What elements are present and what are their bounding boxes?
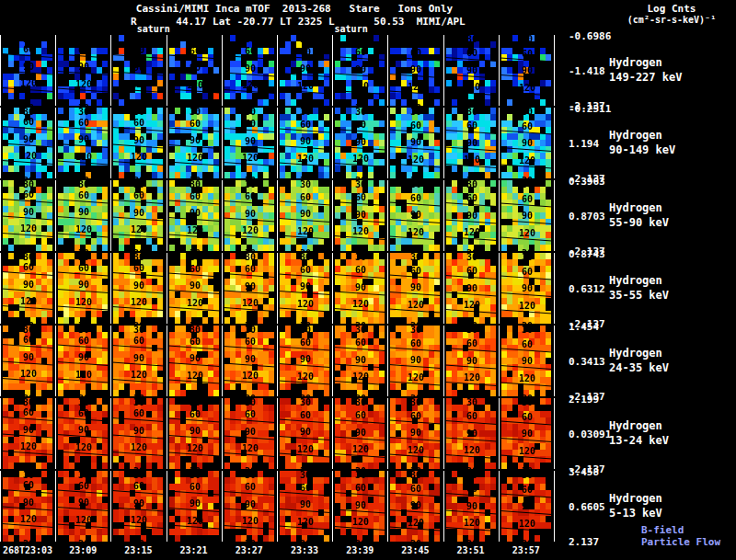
colorbar-tick-mid: 0.6312 [569, 282, 605, 294]
colorbar-tick-top: -0.6986 [569, 30, 611, 42]
time-tick-label: 23:45 [401, 545, 429, 555]
heatmap-canvas [0, 471, 555, 542]
panel-energy-label: Hydrogen 24-35 keV [609, 345, 669, 374]
panel-energy-label: Hydrogen 13-24 keV [609, 417, 669, 447]
colorbar-tick-top: 0.3963 [569, 176, 605, 188]
r-label: R [131, 16, 137, 28]
panel-species: Hydrogen [609, 345, 669, 360]
time-tick-label: 268T23:03 [3, 545, 52, 555]
colorbar-gradient [557, 326, 565, 396]
spectrogram-panel-35-55-kev: 0.8743 0.6312 -2.137 Hydrogen 35-55 keV [0, 253, 736, 324]
spectrogram-panel-13-24-kev: 2.199 0.03091 -2.137 Hydrogen 13-24 keV [0, 398, 736, 469]
panel-species: Hydrogen [609, 127, 675, 142]
heatmap-canvas [0, 180, 555, 251]
time-tick-label: 23:39 [346, 545, 374, 555]
panel-energy-label: Hydrogen 90-149 keV [609, 127, 675, 156]
heatmap-canvas [0, 253, 555, 324]
colorbar-gradient [557, 35, 565, 106]
colorbar-tick-top: 0.8743 [569, 248, 605, 260]
l-subscript: saturn [335, 24, 368, 34]
time-axis: 268T23:0323:0923:1523:2123:2723:3323:392… [0, 543, 589, 558]
panel-energy-label: Hydrogen 5-13 keV [609, 490, 662, 520]
panel-energy-range: 5-13 keV [609, 505, 662, 520]
colorbar-tick-mid: 0.3413 [569, 355, 605, 367]
colorbar-gradient [557, 398, 565, 469]
spectrogram-screen: Cassini/MIMI Inca mTOF 2013-268 Stare Io… [0, 0, 736, 560]
colorbar-units-title: Log Cnts [607, 3, 736, 15]
panel-species: Hydrogen [609, 54, 682, 69]
heatmap-canvas [0, 108, 555, 178]
spectrogram-panel-5-13-kev: 3.458 0.6605 2.137 Hydrogen 5-13 keV [0, 471, 736, 542]
panel-energy-range: 55-90 keV [609, 214, 669, 229]
plot-subtitle: Rsaturn 44.17 Lat -20.77 LT 2325 Lsaturn… [131, 16, 466, 28]
colorbar-gradient [557, 108, 565, 178]
panel-species: Hydrogen [609, 200, 669, 214]
subtitle-tail: 50.53 MIMI/APL [368, 16, 466, 28]
l-label: L [328, 16, 335, 28]
panel-species: Hydrogen [609, 272, 669, 287]
time-tick-label: 23:15 [124, 545, 152, 555]
bfield-particle-flow-note: B-field Particle Flow [641, 524, 736, 548]
heatmap-canvas [0, 326, 555, 396]
spectrogram-panel-149-227-kev: -0.6986 -1.418 -2.137 Hydrogen 149-227 k… [0, 35, 736, 106]
time-tick-label: 23:51 [457, 545, 485, 555]
panel-energy-label: Hydrogen 149-227 keV [609, 54, 682, 84]
colorbar-gradient [557, 253, 565, 324]
colorbar-units-subtitle: (cm²-sr-s-keV)⁻¹ [607, 15, 736, 25]
time-tick-label: 23:27 [236, 545, 263, 555]
panel-energy-range: 24-35 keV [609, 360, 669, 374]
colorbar-tick-mid: 0.03091 [569, 428, 611, 440]
panel-energy-range: 149-227 keV [609, 69, 682, 84]
colorbar-tick-top: -0.2511 [569, 103, 611, 115]
time-tick-label: 23:57 [512, 545, 540, 555]
subtitle-mid: 44.17 Lat -20.77 LT 2325 [170, 16, 328, 28]
time-tick-label: 23:33 [291, 545, 318, 555]
time-tick-label: 23:09 [69, 545, 97, 555]
plot-title: Cassini/MIMI Inca mTOF 2013-268 Stare Io… [136, 3, 453, 15]
panel-species: Hydrogen [609, 417, 669, 432]
colorbar-tick-mid: 1.194 [569, 137, 599, 149]
spectrogram-panel-55-90-kev: 0.3963 0.8703 -2.137 Hydrogen 55-90 keV [0, 180, 736, 251]
colorbar-tick-top: 3.458 [569, 466, 599, 478]
colorbar-tick-mid: 0.6605 [569, 500, 605, 512]
heatmap-canvas [0, 398, 555, 469]
panel-energy-label: Hydrogen 35-55 keV [609, 272, 669, 302]
colorbar-tick-mid: -1.418 [569, 64, 605, 76]
colorbar-tick-mid: 0.8703 [569, 210, 605, 222]
colorbar-tick-top: 1.454 [569, 321, 599, 333]
panel-species: Hydrogen [609, 490, 662, 505]
time-tick-label: 23:21 [180, 545, 208, 555]
spectrogram-panel-90-149-kev: -0.2511 1.194 -2.137 Hydrogen 90-149 keV [0, 108, 736, 178]
colorbar-gradient [557, 471, 565, 542]
colorbar-gradient [557, 180, 565, 251]
panel-energy-range: 90-149 keV [609, 142, 675, 156]
colorbar-tick-top: 2.199 [569, 394, 599, 406]
r-subscript: saturn [137, 24, 170, 34]
panel-energy-range: 13-24 keV [609, 432, 669, 447]
heatmap-canvas [0, 35, 555, 106]
panel-energy-label: Hydrogen 55-90 keV [609, 200, 669, 229]
spectrogram-panel-24-35-kev: 1.454 0.3413 -2.137 Hydrogen 24-35 keV [0, 326, 736, 396]
panel-energy-range: 35-55 keV [609, 287, 669, 302]
